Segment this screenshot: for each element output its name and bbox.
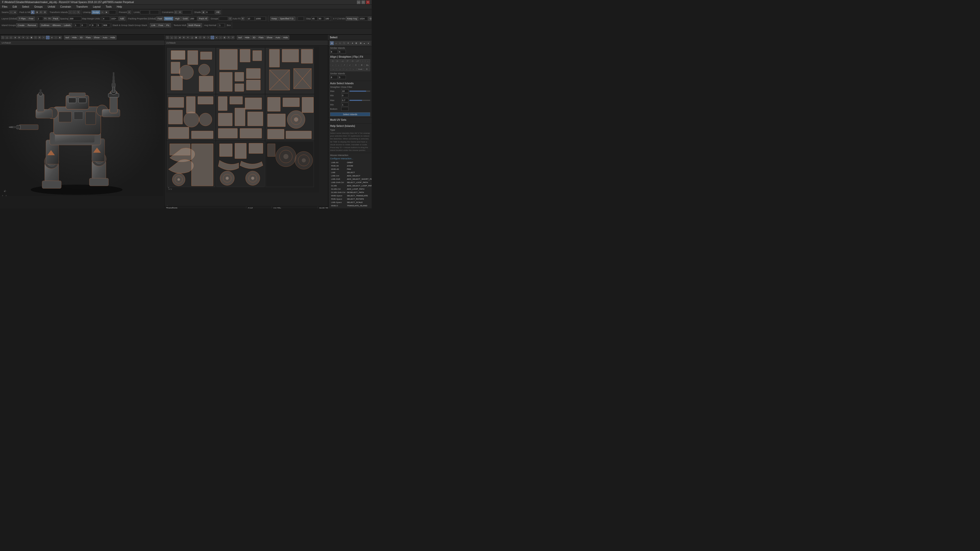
c-icon-2[interactable]: ⊞	[178, 11, 182, 14]
filter-s-input[interactable]	[330, 50, 338, 54]
specified-td-btn[interactable]: Specified T.D.	[279, 17, 295, 21]
pack-btn-4[interactable]: ⊠	[43, 11, 47, 14]
menu-unfold[interactable]: Unfold	[47, 5, 56, 8]
menu-edit[interactable]: Edit	[11, 5, 18, 8]
3d-icon-1[interactable]: ⬛	[1, 36, 5, 39]
configure-interaction-link[interactable]: Configure Interaction...	[330, 157, 370, 160]
pack-btn[interactable]: Pack	[52, 17, 59, 21]
gold-btn[interactable]: Gold	[181, 17, 189, 21]
step-90[interactable]	[318, 17, 324, 21]
pack-val-2[interactable]	[255, 17, 266, 21]
uv-canvas[interactable]: ↙ U V ↙	[165, 45, 328, 209]
align-13[interactable]: ⊡	[353, 63, 359, 67]
flip-v[interactable]: ↕	[337, 67, 343, 71]
uv-icon-13[interactable]: ●	[215, 36, 218, 39]
spacing-input[interactable]	[69, 17, 81, 21]
min-as-input[interactable]	[341, 94, 348, 97]
align-top[interactable]: △|	[340, 59, 345, 63]
layout-val-1[interactable]	[37, 17, 43, 21]
hide2-uv-btn[interactable]: Hide	[282, 35, 290, 40]
auto-uv-btn[interactable]: Auto	[274, 35, 282, 40]
filter-s2-input[interactable]	[338, 50, 346, 54]
align-center-h[interactable]: ◁▷	[350, 59, 355, 63]
tm-val[interactable]	[218, 23, 224, 27]
3d-icon-10[interactable]: ⊞	[38, 36, 41, 39]
menu-select[interactable]: Select	[21, 5, 30, 8]
uv-icon-3[interactable]: ◻	[174, 36, 177, 39]
uv-icon-16[interactable]: ↻	[227, 36, 231, 39]
align-diag2[interactable]: ⟍	[350, 67, 356, 71]
shade-btn[interactable]: Fill	[215, 10, 221, 14]
hide-btn-3d[interactable]: Hide	[71, 35, 78, 40]
uv-icon-9[interactable]: ⬡	[198, 36, 202, 39]
groups-input[interactable]	[219, 17, 228, 21]
hide-uv-btn[interactable]: Hide	[243, 35, 251, 40]
uv-icon-12[interactable]: ↔	[211, 36, 214, 39]
pack-val-1[interactable]	[247, 17, 255, 21]
step-180[interactable]	[325, 17, 331, 21]
p-val[interactable]	[91, 23, 97, 27]
robot-view[interactable]: + y x	[0, 45, 164, 209]
sel-icon-2[interactable]: △	[334, 41, 338, 45]
max-as-input[interactable]	[341, 89, 348, 93]
select-islands-btn[interactable]: Select Islands	[330, 112, 370, 116]
align-center-v[interactable]: △▽	[355, 59, 360, 63]
c-icon-1[interactable]: ◫	[174, 11, 178, 14]
align-11[interactable]: ↗	[342, 63, 347, 67]
align-14[interactable]: ⊠	[359, 63, 364, 67]
up-arrow-icon[interactable]: ▲	[363, 41, 366, 45]
uv-icon-5[interactable]: ⊕	[182, 36, 186, 39]
sel-icon-1[interactable]: ▣	[330, 41, 334, 45]
pack-btn-3[interactable]: ⊡	[39, 11, 43, 14]
isol-uv-btn[interactable]: Isol	[237, 35, 243, 40]
remove-btn[interactable]: Remove	[26, 23, 38, 27]
menu-transform[interactable]: Transform	[75, 5, 89, 8]
sculpt-button[interactable]: Sculpt	[91, 10, 100, 14]
3d-icon-8[interactable]: ▣	[30, 36, 33, 39]
global-btn[interactable]: Global	[368, 17, 372, 21]
align-9[interactable]: ↔	[330, 63, 336, 67]
sel-icon-8[interactable]: ◨	[359, 41, 362, 45]
3d-icon-5[interactable]: ⊕	[18, 36, 21, 39]
unwrap-input[interactable]	[109, 10, 116, 14]
max2-as-input[interactable]	[341, 98, 348, 102]
align-8[interactable]: ↓	[365, 59, 370, 63]
t-flips-button[interactable]: T Flips	[18, 17, 27, 21]
3d-icon-3[interactable]: ◻	[9, 36, 13, 39]
shade-val[interactable]	[205, 10, 215, 14]
prevent-icon[interactable]: ⊘	[127, 11, 131, 14]
menu-help[interactable]: Help	[116, 5, 123, 8]
menu-constrain[interactable]: Constrain	[59, 5, 72, 8]
f-val[interactable]	[298, 17, 304, 21]
labels-btn[interactable]: Labels	[62, 23, 72, 27]
px-icon[interactable]: Px	[44, 17, 47, 21]
show-btn[interactable]: Show	[93, 35, 101, 40]
isol-btn[interactable]: Isol	[64, 35, 70, 40]
close-button[interactable]: ✕	[366, 0, 370, 4]
align-right[interactable]: |▷	[335, 59, 340, 63]
opts-input[interactable]	[182, 10, 191, 14]
link-btn[interactable]: Link	[150, 23, 157, 27]
shade-icon[interactable]: ◑	[201, 11, 205, 14]
sel-icon-5[interactable]: ⊕	[347, 41, 350, 45]
align-left[interactable]: ◁|	[330, 59, 335, 63]
uv-icon-17[interactable]: ↺	[231, 36, 235, 39]
layout-icon[interactable]: ⊡	[229, 17, 232, 21]
norms-btn[interactable]: Norms	[164, 17, 173, 21]
unwrap-icon-2[interactable]: ▶	[105, 11, 108, 14]
create-btn[interactable]: Create	[16, 23, 26, 27]
3d-icon-12[interactable]: ↔	[46, 36, 49, 39]
seam-icon-1[interactable]: ⌖	[9, 11, 13, 14]
3d-icon-15[interactable]: ◐	[58, 36, 62, 39]
keep-avg-btn[interactable]: Keep Avg	[346, 17, 358, 21]
sel-icon-6[interactable]: ◈	[350, 41, 354, 45]
pack-btn-1[interactable]: ◧	[31, 11, 35, 14]
uv-icon-7[interactable]: ◬	[190, 36, 194, 39]
sel-icon-3[interactable]: ◻	[338, 41, 342, 45]
free-button[interactable]: Free	[27, 17, 35, 21]
uv-icon-4[interactable]: ◈	[178, 36, 181, 39]
3d-btn[interactable]: 3D	[79, 35, 84, 40]
uv-icon-11[interactable]: +	[207, 36, 210, 39]
flip-h[interactable]: ↔	[330, 67, 336, 71]
pic-btn[interactable]: Pic	[165, 23, 171, 27]
